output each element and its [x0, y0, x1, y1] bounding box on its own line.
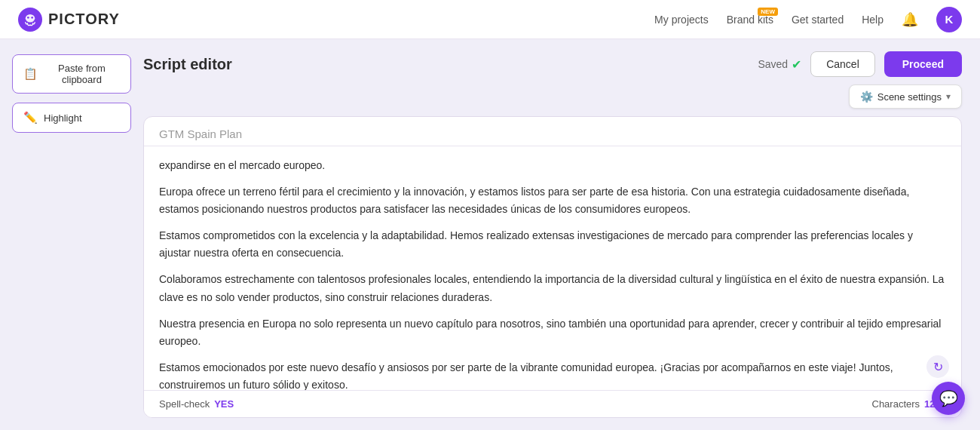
- header-right-actions: Saved ✔ Cancel Proceed: [758, 51, 962, 77]
- nav-get-started[interactable]: Get started: [792, 14, 844, 26]
- spell-check-label: Spell-check: [159, 398, 210, 410]
- characters-label: Characters: [872, 398, 920, 410]
- main-layout: 📋 Paste from clipboard ✏️ Highlight Scri…: [0, 39, 980, 430]
- script-name-area: [144, 117, 961, 146]
- highlight-button[interactable]: ✏️ Highlight: [12, 103, 131, 133]
- sidebar: 📋 Paste from clipboard ✏️ Highlight: [0, 39, 143, 430]
- content-area: Script editor Saved ✔ Cancel Proceed ⚙️ …: [143, 39, 980, 430]
- chevron-down-icon: ▾: [946, 91, 951, 102]
- clipboard-icon: 📋: [23, 67, 38, 81]
- content-header: Script editor Saved ✔ Cancel Proceed: [143, 51, 962, 77]
- script-paragraph-1: Europa ofrece un terreno fértil para el …: [159, 183, 946, 218]
- refresh-icon[interactable]: ↻: [926, 355, 949, 378]
- paste-from-clipboard-button[interactable]: 📋 Paste from clipboard: [12, 54, 131, 94]
- brand-kits-new-badge: NEW: [758, 8, 778, 16]
- script-name-input[interactable]: [159, 127, 946, 140]
- saved-status: Saved ✔: [758, 57, 801, 72]
- spell-check-toggle[interactable]: YES: [214, 398, 234, 410]
- cancel-button[interactable]: Cancel: [810, 51, 875, 77]
- nav-brand-kits[interactable]: Brand kits NEW: [727, 14, 773, 26]
- svg-point-3: [31, 17, 33, 19]
- logo-icon: [18, 8, 42, 32]
- proceed-button[interactable]: Proceed: [884, 51, 962, 77]
- script-editor: expandirse en el mercado europeo. Europa…: [143, 116, 962, 418]
- nav-right: My projects Brand kits NEW Get started H…: [654, 7, 962, 32]
- script-paragraph-4: Nuestra presencia en Europa no solo repr…: [159, 315, 946, 350]
- navbar: PICTORY My projects Brand kits NEW Get s…: [0, 0, 980, 39]
- scene-settings-button[interactable]: ⚙️ Scene settings ▾: [849, 84, 962, 109]
- nav-help[interactable]: Help: [862, 14, 884, 26]
- logo[interactable]: PICTORY: [18, 8, 120, 32]
- spell-check-area: Spell-check YES: [159, 398, 234, 410]
- script-paragraph-5: Estamos emocionados por este nuevo desaf…: [159, 359, 946, 390]
- script-footer: Spell-check YES Characters 1221: [144, 390, 961, 417]
- saved-checkmark-icon: ✔: [792, 57, 801, 72]
- chat-bubble-icon: 💬: [939, 389, 958, 407]
- script-paragraph-3: Colaboramos estrechamente con talentosos…: [159, 271, 946, 306]
- page-title: Script editor: [143, 56, 232, 73]
- gear-icon: ⚙️: [860, 91, 873, 103]
- chat-bubble-button[interactable]: 💬: [932, 382, 965, 415]
- scene-settings-row: ⚙️ Scene settings ▾: [143, 84, 962, 109]
- logo-text: PICTORY: [48, 11, 120, 28]
- svg-point-1: [26, 14, 35, 22]
- nav-my-projects[interactable]: My projects: [654, 14, 709, 26]
- script-paragraph-2: Estamos comprometidos con la excelencia …: [159, 227, 946, 262]
- script-paragraph-0: expandirse en el mercado europeo.: [159, 157, 946, 174]
- user-avatar[interactable]: K: [936, 7, 962, 32]
- svg-point-2: [27, 17, 29, 19]
- highlight-pencil-icon: ✏️: [23, 111, 38, 124]
- notification-bell-icon[interactable]: 🔔: [902, 11, 918, 28]
- script-content[interactable]: expandirse en el mercado europeo. Europa…: [144, 146, 961, 390]
